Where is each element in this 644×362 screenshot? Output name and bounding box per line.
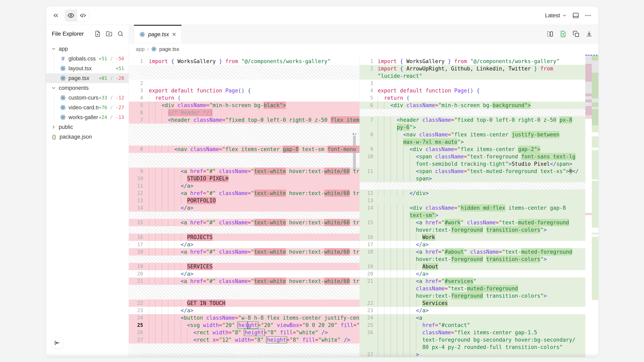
code-line[interactable]: PROJECTS <box>149 234 360 241</box>
collapse-sidebar-button[interactable] <box>51 337 63 349</box>
code-line[interactable]: SERVICES <box>149 263 360 270</box>
code-line[interactable]: hover:text-foreground transition-colors"… <box>378 226 598 234</box>
code-line[interactable]: "lucide-react" <box>378 72 598 80</box>
code-line[interactable]: <a href="#services" <box>378 278 598 285</box>
code-line[interactable]: <div className="min-h-screen bg-black"> <box>149 102 360 109</box>
code-line[interactable]: <rect width="8" height="8" fill="white" … <box>149 329 360 336</box>
code-line[interactable]: </a> <box>149 241 360 248</box>
code-line[interactable]: <div className="min-h-screen bg-backgrou… <box>378 102 598 109</box>
minimap-column-left[interactable] <box>585 55 592 357</box>
code-line[interactable]: hover:text-foreground transition-colors"… <box>378 292 598 300</box>
code-line[interactable]: <a href="#" className="text-white hover:… <box>149 168 360 175</box>
minimap[interactable] <box>585 55 598 357</box>
left-pane-scrollbar[interactable] <box>353 135 356 171</box>
code-line[interactable]: STUDIO PIXEL® <box>149 175 360 182</box>
code-line[interactable]: <header className="fixed top-0 left-0 ri… <box>378 116 598 124</box>
code-line[interactable]: <button className="w-8 h-8 flex items-ce… <box>149 314 360 322</box>
code-line[interactable]: max-w-7xl mx-auto"> <box>378 138 598 146</box>
tree-file-layout.tsx[interactable]: layout.tsx+51 <box>46 63 128 73</box>
tree-file-works-galler-[interactable]: works-galler…+24 / -13 <box>46 112 128 122</box>
code-line[interactable]: <span className="text-foreground font-sa… <box>378 153 598 160</box>
code-line[interactable]: text-sm"> <box>378 212 598 219</box>
code-line[interactable]: 80 px-4 py-2 rounded-full transition-col… <box>378 344 598 351</box>
code-line[interactable]: className="flex items-center gap-1.5 <box>378 329 598 336</box>
code-line[interactable]: <span className="text-muted-foreground t… <box>378 168 598 175</box>
code-line[interactable]: <div className="flex items-center gap-2"… <box>378 146 598 153</box>
minimap-column-right[interactable] <box>592 55 598 357</box>
code-line[interactable]: import { WorksGallery } from "@/componen… <box>149 58 360 65</box>
tree-file-custom-curs-[interactable]: custom-curs…+33 / -12 <box>46 93 128 103</box>
code-line[interactable]: <a href="#about" className="text-muted-f… <box>378 248 598 256</box>
code-line[interactable]: About <box>378 263 598 270</box>
code-line[interactable]: Services <box>378 300 598 307</box>
tab-page-tsx[interactable]: page.tsx ✕ <box>134 25 182 43</box>
code-line[interactable]: > <box>378 351 598 357</box>
download-file-button[interactable] <box>586 30 593 37</box>
code-line[interactable]: return ( <box>149 94 360 102</box>
copy-file-button[interactable] <box>573 30 580 37</box>
code-line[interactable] <box>149 80 360 87</box>
code-line[interactable]: import { WorksGallery } from "@/componen… <box>378 58 598 65</box>
code-line[interactable]: <nav className="flex items-center gap-8 … <box>149 146 360 153</box>
code-toggle-button[interactable] <box>77 10 89 21</box>
code-line[interactable]: export default function Page() { <box>378 87 598 94</box>
code-line[interactable]: <rect x="12" width="8" height="8" fill="… <box>149 336 360 344</box>
more-options-button[interactable] <box>584 12 592 19</box>
code-line[interactable]: <svg width="20" height="20" viewBox="0 0… <box>149 322 360 329</box>
copy-icon <box>573 30 580 37</box>
code-line[interactable]: <a <box>378 314 598 322</box>
code-line[interactable]: <a href="#" className="text-white hover:… <box>149 248 360 256</box>
tree-folder-app[interactable]: app <box>46 44 128 54</box>
split-view-button[interactable] <box>546 30 554 37</box>
code-line[interactable]: <a href="#" className="text-white hover:… <box>149 278 360 285</box>
search-files-button[interactable] <box>117 30 124 37</box>
code-line[interactable]: </a> <box>378 241 598 248</box>
code-line[interactable]: </a> <box>149 270 360 278</box>
code-line[interactable]: <header className="fixed top-0 left-0 ri… <box>149 116 360 124</box>
code-line[interactable]: className="text-muted-foreground <box>378 285 598 292</box>
version-selector[interactable]: Latest <box>545 12 567 19</box>
code-line[interactable]: href="#contact" <box>378 322 598 329</box>
code-line[interactable]: <nav className="flex items-center justif… <box>378 131 598 138</box>
tree-file-globals.css[interactable]: #globals.css+51 / -50 <box>46 54 128 63</box>
breadcrumb-file[interactable]: page.tsx <box>159 46 179 52</box>
code-line[interactable]: <a href="#work" className="text-muted-fo… <box>378 219 598 226</box>
tree-file-video-card.tsx[interactable]: video-card.tsx+76 / -27 <box>46 103 128 112</box>
line-number: 21 <box>129 278 149 285</box>
code-line[interactable]: </a> <box>149 182 360 190</box>
code-line[interactable]: font-semibold tracking-tight">Studio Pix… <box>378 160 598 168</box>
code-line[interactable]: PORTFOLIO <box>149 197 360 204</box>
toggle-bottom-panel-button[interactable] <box>572 12 579 19</box>
code-line[interactable]: </a> <box>378 307 598 314</box>
code-line[interactable]: Work <box>378 234 598 241</box>
code-line[interactable]: <a href="#" className="text-white hover:… <box>149 190 360 197</box>
tree-file-package.json[interactable]: {}package.json <box>46 132 128 142</box>
code-line[interactable]: py-6"> <box>378 124 598 131</box>
preview-toggle-button[interactable] <box>65 10 77 21</box>
tree-folder-components[interactable]: components <box>46 83 128 93</box>
new-folder-button[interactable] <box>106 30 112 37</box>
code-line[interactable]: GET IN TOUCH <box>149 300 360 307</box>
code-line[interactable]: </a> <box>149 307 360 314</box>
breadcrumb-root[interactable]: app <box>136 46 144 52</box>
tree-file-page.tsx[interactable]: page.tsx+81 / -28 <box>46 73 128 83</box>
code-line[interactable]: text-foreground bg-secondary hover:bg-se… <box>378 336 598 344</box>
tree-folder-public[interactable]: public <box>46 122 128 132</box>
code-line[interactable]: </div> <box>378 190 598 197</box>
code-line[interactable]: </a> <box>378 270 598 278</box>
code-line[interactable]: hover:text-foreground transition-colors"… <box>378 256 598 263</box>
diff-view-button[interactable] <box>560 30 566 37</box>
code-line[interactable]: {/* Header */} <box>149 109 360 116</box>
tab-close-icon[interactable]: ✕ <box>172 32 176 37</box>
code-line[interactable] <box>378 80 598 87</box>
code-line[interactable]: </a> <box>149 204 360 212</box>
code-line[interactable]: import { ArrowUpRight, Github, Linkedin,… <box>378 65 598 72</box>
code-line[interactable]: span> <box>378 175 598 182</box>
code-line[interactable]: export default function Page() { <box>149 87 360 94</box>
code-line[interactable]: return ( <box>378 94 598 102</box>
code-line[interactable] <box>378 197 598 204</box>
code-line[interactable]: <div className="hidden md:flex items-cen… <box>378 204 598 212</box>
new-file-button[interactable] <box>94 30 101 37</box>
code-line[interactable]: <a href="#" className="text-white hover:… <box>149 219 360 226</box>
collapse-panel-button[interactable] <box>52 12 60 19</box>
